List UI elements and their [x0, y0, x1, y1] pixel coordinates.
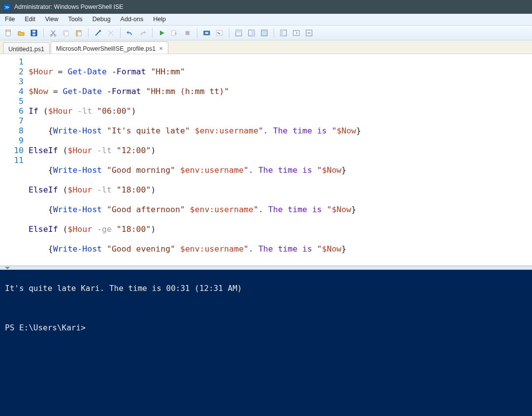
new-remote-tab-button[interactable]: [201, 28, 212, 38]
tok-punc: (: [58, 185, 68, 194]
run-script-button[interactable]: [156, 28, 167, 38]
svg-rect-10: [78, 32, 81, 36]
console-output-line: It's quite late Kari. The time is 00:31 …: [5, 284, 242, 293]
tab-profile[interactable]: Microsoft.PowerShellISE_profile.ps1 ✕: [51, 41, 168, 54]
chevron-down-icon: [5, 267, 10, 269]
tok-sp: [175, 244, 180, 254]
save-button[interactable]: [29, 28, 39, 38]
tok-sp: [185, 205, 190, 214]
tok-punc: ): [151, 224, 156, 234]
script-editor[interactable]: 1 2 3 4 5 6 7 8 9 10 11 $Hour = Get-Date…: [0, 54, 532, 266]
menu-view[interactable]: View: [40, 14, 63, 25]
tok-punc: {: [29, 165, 53, 175]
tok-cmd: Write-Host: [53, 244, 102, 254]
line-number: 10: [0, 146, 24, 156]
tok-punc: }: [351, 205, 356, 214]
tok-cmd: Write-Host: [53, 126, 102, 135]
tok-op: -ge: [97, 224, 112, 234]
menu-edit[interactable]: Edit: [20, 14, 40, 25]
line-number: 5: [0, 96, 24, 106]
tab-label: Untitled1.ps1: [8, 46, 44, 53]
tok-var: $Now: [332, 205, 351, 214]
code-area[interactable]: $Hour = Get-Date -Format "HH:mm" $Now = …: [29, 57, 532, 265]
copy-button[interactable]: [61, 28, 71, 38]
tab-bar: Untitled1.ps1 Microsoft.PowerShellISE_pr…: [0, 40, 532, 54]
tok-var: $env:username: [195, 126, 258, 135]
tok-sp: [107, 67, 112, 76]
show-script-pane-top-button[interactable]: [233, 28, 244, 38]
menu-help[interactable]: Help: [148, 14, 171, 25]
tok-cmd: Get-Date: [63, 87, 102, 96]
svg-rect-15: [217, 31, 222, 35]
line-number: 3: [0, 77, 24, 87]
tok-sp: [175, 165, 180, 175]
tok-var: $Hour: [29, 67, 53, 76]
menu-addons[interactable]: Add-ons: [116, 14, 149, 25]
tok-var: $Hour: [67, 146, 92, 155]
tok-punc: (: [58, 146, 68, 155]
svg-rect-14: [205, 32, 208, 34]
console-prompt: PS E:\Users\Kari>: [5, 323, 90, 332]
show-command-addon-button[interactable]: [278, 28, 289, 38]
line-number: 8: [0, 126, 24, 136]
line-number: 4: [0, 87, 24, 96]
close-icon[interactable]: ✕: [159, 46, 163, 51]
new-file-button[interactable]: [3, 28, 14, 38]
tok-op: -lt: [77, 106, 92, 116]
tok-punc: ): [151, 185, 156, 194]
show-script-pane-max-button[interactable]: [259, 28, 270, 38]
tok-punc: {: [29, 244, 53, 254]
run-selection-button[interactable]: [169, 28, 180, 38]
tok-str: "12:00": [117, 146, 151, 155]
menu-debug[interactable]: Debug: [88, 14, 116, 25]
menubar: File Edit View Tools Debug Add-ons Help: [0, 14, 532, 26]
tok-str: ". The time is ": [258, 126, 337, 135]
tok-var: $Now: [322, 165, 342, 175]
tab-untitled1[interactable]: Untitled1.ps1: [3, 42, 50, 54]
find-button[interactable]: [105, 28, 116, 38]
tok-var: $Hour: [48, 106, 73, 116]
tok-punc: {: [29, 126, 53, 135]
tok-sp: [92, 185, 97, 194]
paste-button[interactable]: [73, 28, 84, 38]
tok-var: $env:username: [190, 205, 253, 214]
menu-file[interactable]: File: [0, 14, 20, 25]
tok-punc: (: [58, 224, 68, 234]
console-pane[interactable]: It's quite late Kari. The time is 00:31 …: [0, 270, 532, 416]
menu-tools[interactable]: Tools: [63, 14, 88, 25]
tok-var: $Now: [29, 87, 48, 96]
open-file-button[interactable]: [16, 28, 27, 38]
clear-pane-button[interactable]: [93, 28, 103, 38]
svg-rect-22: [281, 30, 283, 36]
redo-button[interactable]: [137, 28, 148, 38]
tok-sp: [102, 205, 107, 214]
start-powershell-button[interactable]: [214, 28, 225, 38]
tok-str: ". The time is ": [244, 244, 322, 254]
toggle-toolbar-button[interactable]: [304, 28, 314, 38]
toolbar: [0, 26, 532, 40]
show-command-window-button[interactable]: [291, 28, 302, 38]
line-number-gutter: 1 2 3 4 5 6 7 8 9 10 11: [0, 57, 29, 265]
svg-rect-1: [6, 30, 10, 32]
tok-kw: If: [29, 106, 38, 116]
svg-rect-20: [261, 30, 267, 36]
pane-splitter[interactable]: [0, 266, 532, 270]
show-script-pane-right-button[interactable]: [246, 28, 257, 38]
tok-str: "Good evening": [107, 244, 175, 254]
tok-str: "18:00": [117, 185, 151, 194]
cut-button[interactable]: [48, 28, 59, 38]
tok-var: $env:username: [180, 244, 244, 254]
tok-cmd: Write-Host: [53, 205, 102, 214]
tok-punc: }: [356, 126, 361, 135]
tok-cmd: Write-Host: [53, 165, 102, 175]
tok-sp: [92, 224, 97, 234]
svg-rect-3: [32, 31, 35, 32]
line-number: 11: [0, 156, 24, 165]
undo-button[interactable]: [125, 28, 135, 38]
tok-sp: [112, 146, 117, 155]
tok-punc: (: [38, 106, 48, 116]
tok-sp: [72, 106, 77, 116]
stop-button[interactable]: [182, 28, 193, 38]
tok-str: "18:00": [117, 224, 151, 234]
tok-var: $Now: [322, 244, 342, 254]
